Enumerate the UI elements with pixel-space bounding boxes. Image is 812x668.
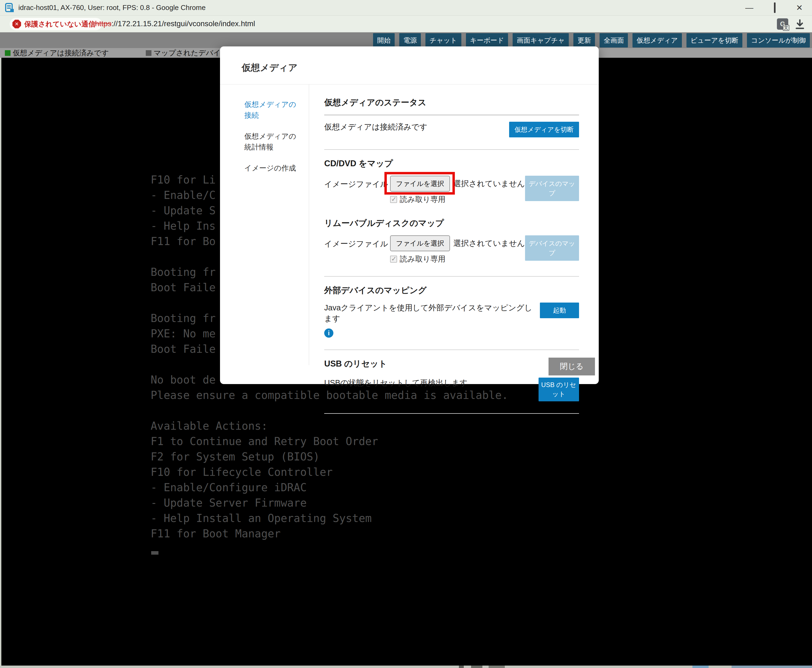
- taskbar-segment: [732, 666, 812, 668]
- console-cursor: [151, 551, 159, 554]
- window-titlebar: idrac-host01, AX-760, User: root, FPS: 0…: [0, 0, 812, 16]
- security-badge-label: 保護されていない通信: [24, 20, 95, 29]
- removable-map-row: イメージファイル ファイルを選択 選択されていません 読み取り専用 デバイスのマ…: [324, 235, 579, 264]
- mapped-devices-indicator-icon: [146, 50, 152, 56]
- toolbar-button-refresh[interactable]: 更新: [573, 33, 595, 47]
- removable-map-device-button: デバイスのマップ: [525, 235, 579, 261]
- toolbar-button-console-control[interactable]: コンソールが制御: [747, 33, 810, 47]
- taskbar-segment: [692, 666, 708, 668]
- cd-choose-file-button[interactable]: ファイルを選択: [390, 176, 450, 192]
- viewer-toolbar: 開始 電源 チャット キーボード 画面キャプチャ 更新 全画面 仮想メディア ビ…: [0, 32, 812, 48]
- cd-no-file-text: 選択されていません: [453, 179, 525, 189]
- address-bar: ✕ 保護されていない通信 https://172.21.15.21/restgu…: [0, 16, 812, 32]
- divider: [324, 276, 579, 277]
- dialog-content: 仮想メディアのステータス 仮想メディアは接続済みです 仮想メディアを切断 CD/…: [309, 85, 602, 365]
- close-dialog-button[interactable]: 閉じる: [548, 357, 595, 376]
- taskbar-edge: [0, 666, 812, 668]
- toolbar-button-virtual-media[interactable]: 仮想メディア: [633, 33, 682, 47]
- usb-reset-text: USBの状態をリセットして再検出します: [324, 377, 468, 388]
- url-rest: ://172.21.15.21/restgui/vconsole/index.h…: [112, 20, 255, 28]
- mapped-devices-label: マップされたデバイス: [154, 48, 228, 58]
- usb-section-title: USB のリセット: [324, 358, 579, 369]
- removable-image-file-label: イメージファイル: [324, 235, 390, 249]
- screen: F10 for Li - Enable/C - Update S - Help …: [0, 0, 812, 668]
- download-icon[interactable]: [794, 18, 805, 30]
- removable-readonly-label: 読み取り専用: [400, 254, 445, 264]
- divider: [324, 149, 579, 150]
- removable-no-file-text: 選択されていません: [453, 238, 525, 249]
- cd-dvd-map-row: イメージファイル ファイルを選択 選択されていません 読み取り専用 デバイスのマ…: [324, 176, 579, 205]
- cd-map-device-button: デバイスのマップ: [525, 176, 579, 201]
- maximize-button[interactable]: [774, 4, 775, 12]
- removable-readonly-checkbox: [390, 256, 397, 262]
- toolbar-button-start[interactable]: 開始: [373, 33, 395, 47]
- nav-item-virtual-media-connection[interactable]: 仮想メディアの接続: [244, 99, 303, 121]
- cd-dvd-section-title: CD/DVD をマップ: [324, 158, 579, 169]
- toolbar-button-power[interactable]: 電源: [399, 33, 421, 47]
- url-scheme: https: [95, 20, 112, 28]
- taskbar-segment: [459, 666, 464, 668]
- divider: [324, 349, 579, 350]
- nav-item-virtual-media-statistics[interactable]: 仮想メディアの統計情報: [244, 131, 303, 152]
- cd-readonly-checkbox: [390, 196, 397, 203]
- toolbar-button-chat[interactable]: チャット: [426, 33, 461, 47]
- taskbar-segment: [489, 666, 505, 668]
- minimize-button[interactable]: —: [745, 4, 754, 12]
- virtual-media-status-label: 仮想メディアは接続済みです: [13, 48, 109, 58]
- security-badge[interactable]: ✕ 保護されていない通信: [10, 18, 102, 30]
- virtual-media-status: 仮想メディアは接続済みです: [5, 48, 109, 58]
- translate-icon[interactable]: G 文: [777, 18, 788, 30]
- external-section-title: 外部デバイスのマッピング: [324, 285, 579, 296]
- toolbar-button-keyboard[interactable]: キーボード: [466, 33, 508, 47]
- not-secure-icon: ✕: [12, 20, 21, 28]
- taskbar-segment: [471, 666, 483, 668]
- idrac-favicon-icon: [5, 3, 15, 13]
- dialog-nav: 仮想メディアの接続 仮想メディアの統計情報 イメージの作成: [220, 85, 309, 365]
- cd-readonly-label: 読み取り専用: [400, 194, 445, 205]
- window-edge: [0, 58, 2, 666]
- virtual-media-dialog: 仮想メディア 仮想メディアの接続 仮想メディアの統計情報 イメージの作成 仮想メ…: [220, 47, 599, 384]
- external-mapping-text: Javaクライアントを使用して外部デバイスをマッピングします: [324, 303, 532, 323]
- dialog-title: 仮想メディア: [242, 62, 297, 73]
- toolbar-button-disconnect-viewer[interactable]: ビューアを切断: [687, 33, 742, 47]
- usb-reset-button[interactable]: USB のリセット: [538, 377, 579, 401]
- translate-mini-glyph: 文: [783, 25, 789, 31]
- url-field[interactable]: https://172.21.15.21/restgui/vconsole/in…: [95, 20, 255, 28]
- disconnect-virtual-media-button[interactable]: 仮想メディアを切断: [509, 122, 579, 137]
- close-window-button[interactable]: ✕: [796, 4, 803, 12]
- window-title: idrac-host01, AX-760, User: root, FPS: 0…: [18, 3, 206, 12]
- launch-button[interactable]: 起動: [540, 302, 579, 318]
- connected-indicator-icon: [5, 50, 10, 56]
- divider: [324, 115, 579, 115]
- divider: [324, 413, 579, 414]
- removable-section-title: リムーバブルディスクのマップ: [324, 217, 579, 229]
- status-section-title: 仮想メディアのステータス: [324, 97, 579, 108]
- info-icon[interactable]: i: [324, 329, 333, 337]
- nav-item-create-image[interactable]: イメージの作成: [244, 163, 303, 174]
- mapped-devices-status: マップされたデバイス: [146, 48, 228, 58]
- toolbar-button-fullscreen[interactable]: 全画面: [600, 33, 628, 47]
- removable-choose-file-button[interactable]: ファイルを選択: [390, 235, 450, 251]
- toolbar-button-screen-capture[interactable]: 画面キャプチャ: [513, 33, 569, 47]
- maximize-icon: [774, 2, 775, 13]
- cd-image-file-label: イメージファイル: [324, 176, 390, 190]
- dialog-header: 仮想メディア: [220, 47, 599, 85]
- virtual-media-connected-text: 仮想メディアは接続済みです: [324, 122, 427, 132]
